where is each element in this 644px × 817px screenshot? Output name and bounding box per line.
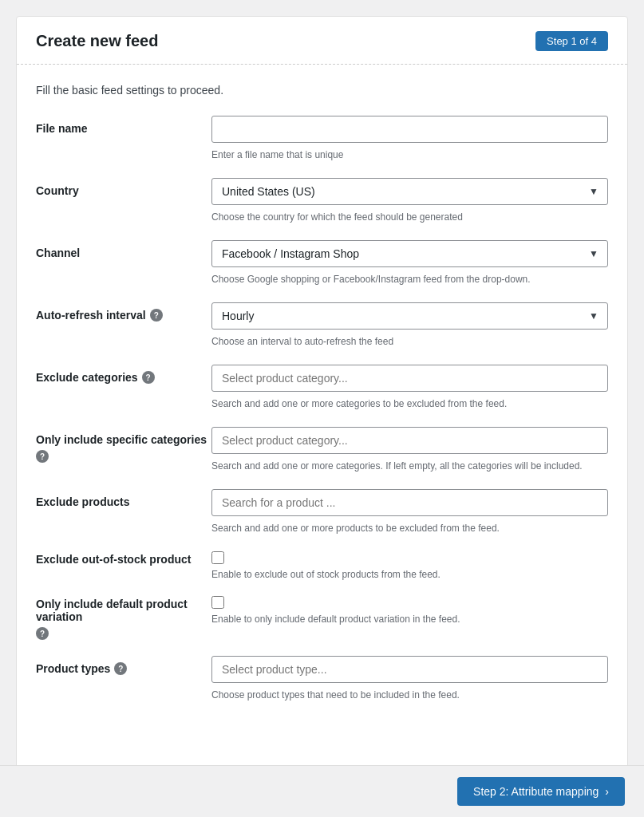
exclude-categories-control: Search and add one or more categories to… <box>211 365 608 411</box>
exclude-categories-input[interactable] <box>211 365 608 392</box>
auto-refresh-select[interactable]: Hourly Daily Weekly <box>211 302 608 330</box>
default-variation-help-icon[interactable]: ? <box>36 627 49 640</box>
exclude-out-of-stock-checkbox[interactable] <box>211 551 224 564</box>
arrow-right-icon: › <box>605 785 609 798</box>
default-variation-control: Enable to only include default product v… <box>211 596 608 625</box>
include-categories-label: Only include specific categories ? <box>36 427 211 463</box>
exclude-out-of-stock-label: Exclude out-of-stock product <box>36 551 211 566</box>
include-categories-row: Only include specific categories ? Searc… <box>36 427 608 473</box>
page-title: Create new feed <box>36 32 158 50</box>
country-select-wrapper: United States (US) United Kingdom (UK) C… <box>211 178 608 205</box>
file-name-hint: Enter a file name that is unique <box>211 148 608 162</box>
include-categories-control: Search and add one or more categories. I… <box>211 427 608 473</box>
exclude-products-control: Search and add one or more products to b… <box>211 489 608 535</box>
exclude-out-of-stock-hint: Enable to exclude out of stock products … <box>211 569 608 580</box>
auto-refresh-control: Hourly Daily Weekly ▼ Choose an interval… <box>211 302 608 349</box>
exclude-out-of-stock-row: Exclude out-of-stock product Enable to e… <box>36 551 608 580</box>
exclude-out-of-stock-control: Enable to exclude out of stock products … <box>211 551 608 580</box>
auto-refresh-row: Auto-refresh interval ? Hourly Daily Wee… <box>36 302 608 349</box>
country-label: Country <box>36 178 211 197</box>
exclude-products-label: Exclude products <box>36 489 211 508</box>
auto-refresh-label: Auto-refresh interval ? <box>36 302 211 322</box>
product-types-label: Product types ? <box>36 656 211 675</box>
country-row: Country United States (US) United Kingdo… <box>36 178 608 224</box>
auto-refresh-help-icon[interactable]: ? <box>150 309 163 322</box>
default-variation-hint: Enable to only include default product v… <box>211 614 608 625</box>
default-variation-row: Only include default product variation ?… <box>36 596 608 640</box>
channel-select[interactable]: Facebook / Instagram Shop Google Shoppin… <box>211 240 608 267</box>
default-variation-checkbox[interactable] <box>211 596 224 609</box>
country-hint: Choose the country for which the feed sh… <box>211 210 608 224</box>
file-name-row: File name Enter a file name that is uniq… <box>36 116 608 162</box>
country-select[interactable]: United States (US) United Kingdom (UK) C… <box>211 178 608 205</box>
include-categories-hint: Search and add one or more categories. I… <box>211 459 608 473</box>
exclude-categories-hint: Search and add one or more categories to… <box>211 397 608 411</box>
include-categories-help-icon[interactable]: ? <box>36 450 49 463</box>
exclude-categories-help-icon[interactable]: ? <box>142 371 155 384</box>
footer: Step 2: Attribute mapping › <box>0 765 644 817</box>
file-name-control: Enter a file name that is unique <box>211 116 608 162</box>
channel-row: Channel Facebook / Instagram Shop Google… <box>36 240 608 286</box>
exclude-categories-row: Exclude categories ? Search and add one … <box>36 365 608 411</box>
file-name-input[interactable] <box>211 116 608 143</box>
channel-select-wrapper: Facebook / Instagram Shop Google Shoppin… <box>211 240 608 267</box>
exclude-products-input[interactable] <box>211 489 608 516</box>
form-subtitle: Fill the basic feed settings to proceed. <box>36 84 608 97</box>
product-types-input[interactable] <box>211 656 608 683</box>
file-name-label: File name <box>36 116 211 135</box>
include-categories-input[interactable] <box>211 427 608 454</box>
country-control: United States (US) United Kingdom (UK) C… <box>211 178 608 224</box>
auto-refresh-hint: Choose an interval to auto-refresh the f… <box>211 334 608 349</box>
auto-refresh-select-wrapper: Hourly Daily Weekly ▼ <box>211 302 608 330</box>
next-step-button[interactable]: Step 2: Attribute mapping › <box>457 777 625 806</box>
step-badge: Step 1 of 4 <box>535 31 608 51</box>
channel-control: Facebook / Instagram Shop Google Shoppin… <box>211 240 608 286</box>
exclude-products-hint: Search and add one or more products to b… <box>211 521 608 535</box>
exclude-products-row: Exclude products Search and add one or m… <box>36 489 608 535</box>
channel-hint: Choose Google shopping or Facebook/Insta… <box>211 272 608 286</box>
channel-label: Channel <box>36 240 211 259</box>
product-types-row: Product types ? Choose product types tha… <box>36 656 608 702</box>
exclude-categories-label: Exclude categories ? <box>36 365 211 384</box>
product-types-help-icon[interactable]: ? <box>114 662 127 675</box>
default-variation-label: Only include default product variation ? <box>36 596 211 640</box>
product-types-hint: Choose product types that need to be inc… <box>211 688 608 702</box>
product-types-control: Choose product types that need to be inc… <box>211 656 608 702</box>
